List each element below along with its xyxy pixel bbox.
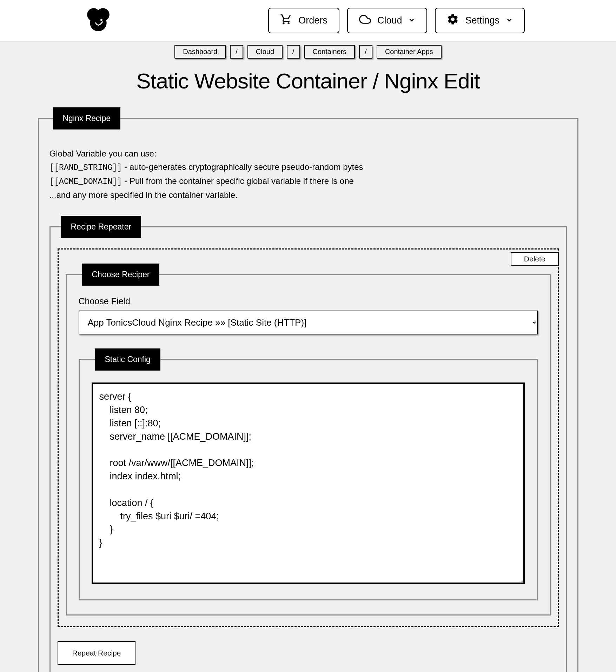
help-rand-text: - auto-generates cryptographically secur… [122,162,363,172]
help-text: Global Variable you can use: [[RAND_STRI… [49,147,567,202]
recipe-repeater-legend: Recipe Repeater [61,216,141,238]
settings-label: Settings [465,15,499,26]
help-rand-code: [[RAND_STRING]] [49,163,122,172]
help-more: ...and any more specified in the contain… [49,188,567,202]
cloud-icon [359,13,371,28]
chevron-down-icon [506,15,513,26]
breadcrumb-dashboard[interactable]: Dashboard [174,45,226,59]
cart-icon [280,13,292,28]
breadcrumb-separator: / [359,45,372,59]
choose-reciper-fieldset: Choose Reciper Choose Field App TonicsCl… [66,264,551,615]
help-acme-text: - Pull from the container specific globa… [122,176,354,186]
logo[interactable] [84,6,112,34]
page-title: Static Website Container / Nginx Edit [0,68,616,93]
cloud-button[interactable]: Cloud [347,8,428,33]
nginx-recipe-fieldset: Nginx Recipe Global Variable you can use… [38,107,578,672]
recipe-repeater-fieldset: Recipe Repeater Delete Choose Reciper Ch… [49,216,567,672]
breadcrumb-cloud[interactable]: Cloud [247,45,283,59]
help-intro: Global Variable you can use: [49,147,567,160]
help-acme-code: [[ACME_DOMAIN]] [49,177,122,186]
orders-button[interactable]: Orders [268,8,339,33]
static-config-fieldset: Static Config [79,348,538,600]
chevron-down-icon [408,15,415,26]
config-textarea[interactable] [92,382,525,584]
breadcrumb: Dashboard / Cloud / Containers / Contain… [0,45,616,59]
svg-point-3 [100,19,102,21]
choose-field-label: Choose Field [79,296,538,306]
orders-label: Orders [298,15,327,26]
breadcrumb-containers[interactable]: Containers [304,45,355,59]
cloud-label: Cloud [377,15,402,26]
choose-reciper-legend: Choose Reciper [82,264,160,286]
gear-icon [447,13,459,28]
settings-button[interactable]: Settings [435,8,525,33]
breadcrumb-separator: / [230,45,243,59]
top-header: Orders Cloud Settings [0,0,616,41]
svg-point-2 [90,15,106,31]
repeater-item: Delete Choose Reciper Choose Field App T… [58,248,559,627]
breadcrumb-container-apps[interactable]: Container Apps [377,45,442,59]
static-config-legend: Static Config [95,348,160,371]
nginx-recipe-legend: Nginx Recipe [53,107,121,129]
repeat-recipe-button[interactable]: Repeat Recipe [58,641,136,665]
recipe-select[interactable]: App TonicsCloud Nginx Recipe »» [Static … [79,311,537,334]
breadcrumb-separator: / [287,45,300,59]
